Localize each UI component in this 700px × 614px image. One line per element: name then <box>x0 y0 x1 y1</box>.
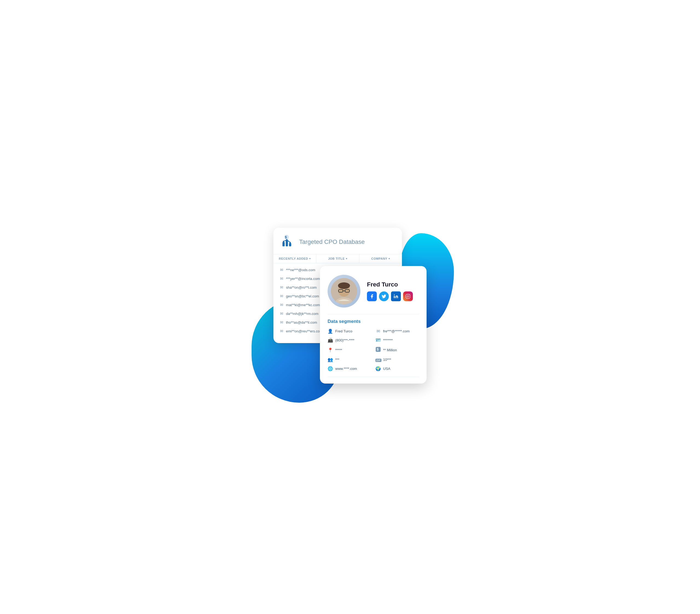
email-icon: ✉ <box>280 329 283 333</box>
mail-icon: ✉ <box>375 329 381 334</box>
profile-top: Fred Turco <box>328 275 419 308</box>
phone-icon: 📠 <box>328 338 333 343</box>
email-icon: ✉ <box>280 285 283 289</box>
chevron-down-icon: ▾ <box>309 257 311 260</box>
email-value: da**mh@jk**rm.com <box>286 312 318 316</box>
data-item-email: ✉ fre***@*****.com <box>375 329 419 334</box>
svg-point-6 <box>286 239 288 241</box>
avatar <box>331 278 357 304</box>
social-icons <box>367 291 419 301</box>
email-value: fre***@*****.com <box>383 329 410 333</box>
full-name-value: Fred Turco <box>335 329 352 333</box>
country-value: USA <box>383 367 390 371</box>
scene: $ Targeted CPO Database RECENTLY ADDED ▾ <box>268 222 432 392</box>
data-item-employees: 👥 *** <box>328 357 371 362</box>
svg-point-14 <box>394 295 395 295</box>
profile-name: Fred Turco <box>367 281 419 288</box>
country-icon: 🌍 <box>375 366 381 371</box>
group-icon: 👥 <box>328 357 333 362</box>
tab-job-title[interactable]: JOB TITLE ▾ <box>316 254 359 263</box>
location-value: ***** <box>335 348 342 352</box>
email-value: geo**sn@bc**el.com <box>286 294 319 298</box>
email-value: ***yer**@incorta.com <box>286 277 320 281</box>
zip-value: 10*** <box>383 358 391 362</box>
email-icon: ✉ <box>280 320 283 325</box>
data-item-website: 🌐 www.****.com <box>328 366 371 371</box>
revenue-value: ** Million <box>383 348 397 352</box>
data-item-zip: ZIP 10*** <box>375 357 419 362</box>
email-icon: ✉ <box>280 303 283 307</box>
data-item-id: 🪪 ******* <box>375 338 419 343</box>
svg-text:$: $ <box>377 348 379 351</box>
divider <box>328 314 419 314</box>
tab-recently-added[interactable]: RECENTLY ADDED ▾ <box>273 254 316 263</box>
email-value: mat**kl@me**kc.com <box>286 303 320 307</box>
data-item-location: 📍 ***** <box>328 347 371 353</box>
phone-value: (800)***-**** <box>335 338 354 342</box>
svg-point-10 <box>338 283 350 289</box>
data-item-name: 👤 Fred Turco <box>328 329 371 334</box>
profile-card: Fred Turco Data seg <box>320 266 427 384</box>
svg-text:$: $ <box>285 235 287 239</box>
email-value: emi**on@reu**ers.com <box>286 329 323 333</box>
svg-point-5 <box>283 241 284 242</box>
website-value: www.****.com <box>335 367 357 371</box>
chevron-down-icon: ▾ <box>389 257 390 260</box>
data-item-revenue: $ ** Million <box>375 347 419 353</box>
zip-icon: ZIP <box>375 357 381 362</box>
globe-icon: 🌐 <box>328 366 333 371</box>
email-value: ***ne***@ods.com <box>286 268 315 272</box>
email-icon: ✉ <box>280 311 283 316</box>
email-value: sha**on@ro**t.com <box>286 285 317 289</box>
location-icon: 📍 <box>328 348 333 353</box>
svg-rect-3 <box>286 240 288 246</box>
instagram-icon[interactable] <box>403 291 413 301</box>
email-icon: ✉ <box>280 276 283 281</box>
id-value: ******* <box>383 338 393 342</box>
data-item-phone: 📠 (800)***-**** <box>328 338 371 343</box>
segments-title: Data segments <box>328 319 419 324</box>
svg-rect-2 <box>283 242 285 246</box>
svg-point-7 <box>290 242 291 243</box>
facebook-icon[interactable] <box>367 291 377 301</box>
page-title: Targeted CPO Database <box>299 238 365 246</box>
tab-company[interactable]: COMPANY ▾ <box>359 254 402 263</box>
dollar-icon: $ <box>375 347 381 353</box>
profile-info: Fred Turco <box>367 281 419 301</box>
svg-rect-15 <box>406 295 410 299</box>
twitter-icon[interactable] <box>379 291 389 301</box>
email-value: tho**as@da**il.com <box>286 321 317 325</box>
svg-rect-4 <box>289 243 291 246</box>
logo-icon: $ <box>281 234 295 250</box>
filter-bar: RECENTLY ADDED ▾ JOB TITLE ▾ COMPANY ▾ <box>273 254 402 263</box>
data-segments-grid: 👤 Fred Turco ✉ fre***@*****.com 📠 (800)*… <box>328 329 419 371</box>
employees-value: *** <box>335 358 339 362</box>
linkedin-icon[interactable] <box>391 291 401 301</box>
data-item-country: 🌍 USA <box>375 366 419 371</box>
bottom-divider <box>328 377 419 377</box>
avatar-ring <box>328 275 360 308</box>
person-icon: 👤 <box>328 329 333 334</box>
chevron-down-icon: ▾ <box>346 257 348 260</box>
email-icon: ✉ <box>280 294 283 298</box>
card-header: $ Targeted CPO Database <box>273 228 402 254</box>
id-icon: 🪪 <box>375 338 381 343</box>
email-icon: ✉ <box>280 268 283 272</box>
